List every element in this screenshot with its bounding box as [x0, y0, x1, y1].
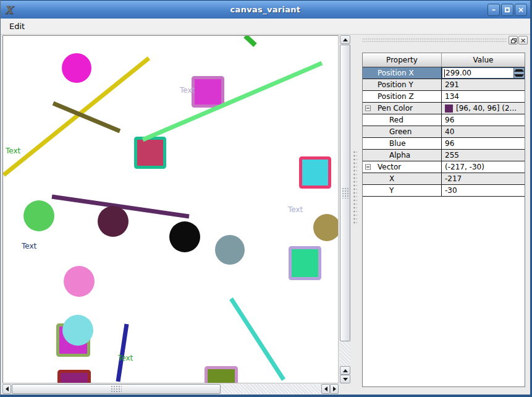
value-cell[interactable]: -217 — [442, 173, 525, 184]
splitter-handle[interactable] — [350, 35, 359, 395]
text-label-green-bottom[interactable]: Text — [117, 354, 133, 362]
scroll-left-button[interactable] — [2, 384, 11, 394]
value-text: 291 — [445, 80, 459, 89]
turquoise-line[interactable] — [231, 299, 284, 380]
table-row[interactable]: Green 40 — [363, 126, 525, 138]
value-text: 255 — [445, 151, 459, 160]
value-cell[interactable]: 96 — [442, 114, 525, 126]
table-row[interactable]: Blue 96 — [363, 138, 525, 150]
property-label: Position X — [378, 69, 414, 77]
springgreen-lavender-square[interactable] — [290, 248, 320, 279]
maximize-button[interactable] — [501, 4, 513, 16]
table-row[interactable]: Vector (-217, -30) — [363, 161, 525, 173]
value-cell[interactable]: 96 — [442, 138, 525, 149]
value-text: [96, 40, 96] (2... — [456, 104, 517, 113]
up-arrow-icon — [514, 69, 524, 72]
vscroll-thumb[interactable] — [340, 45, 350, 341]
property-cell[interactable]: X — [363, 173, 442, 184]
property-cell[interactable]: Position Y — [363, 79, 442, 90]
table-row[interactable]: X -217 — [363, 173, 525, 185]
menu-bar: Edit — [1, 19, 530, 35]
dock-title-bar[interactable]: × — [360, 36, 529, 45]
value-cell[interactable]: 255 — [442, 150, 525, 161]
horizontal-scrollbar[interactable] — [2, 384, 339, 394]
property-label: Position Y — [378, 80, 413, 89]
vertical-scrollbar[interactable] — [340, 35, 350, 383]
value-cell[interactable]: [96, 40, 96] (2... — [442, 103, 525, 114]
text-label-muted[interactable]: Text — [179, 86, 195, 95]
slate-circle[interactable] — [215, 235, 245, 265]
header-value[interactable]: Value — [442, 53, 525, 67]
table-row[interactable]: Position X 299.00 — [363, 67, 525, 79]
navy-line[interactable] — [118, 324, 127, 382]
close-button[interactable]: × — [515, 4, 527, 16]
property-label: Green — [389, 127, 412, 136]
table-row[interactable]: Position Y 291 — [363, 79, 525, 91]
pink-circle[interactable] — [64, 266, 95, 297]
spin-up-button[interactable] — [514, 68, 524, 73]
short-green-line[interactable] — [245, 36, 255, 45]
property-dock: × Property Value Position X 299.00 — [359, 35, 530, 395]
property-cell[interactable]: Green — [363, 126, 442, 137]
property-cell[interactable]: Position Z — [363, 91, 442, 102]
canvas-viewport[interactable]: TextTextTextTextText — [2, 35, 339, 383]
position-x-spinbox[interactable]: 299.00 — [442, 67, 525, 79]
dock-close-button[interactable]: × — [518, 36, 528, 45]
khaki-circle[interactable] — [313, 214, 338, 241]
property-cell[interactable]: Y — [363, 185, 442, 196]
magenta-circle[interactable] — [62, 53, 91, 83]
table-row[interactable]: Pen Color [96, 40, 96] (2... — [363, 103, 525, 114]
purple-darkred-rect[interactable] — [59, 372, 90, 383]
table-row[interactable]: Red 96 — [363, 114, 525, 126]
minimize-icon: – — [492, 6, 496, 14]
value-cell[interactable]: -30 — [442, 185, 525, 196]
property-label: X — [389, 174, 394, 183]
value-cell[interactable]: (-217, -30) — [442, 161, 525, 173]
property-cell[interactable]: Vector — [363, 161, 442, 173]
value-text: 96 — [445, 116, 454, 124]
prop-rows: Position X 299.00 Position Y 291 — [363, 67, 525, 197]
light-cyan-circle[interactable] — [62, 315, 93, 346]
value-cell[interactable]: 134 — [442, 91, 525, 102]
text-label-periwinkle[interactable]: Text — [287, 205, 303, 214]
collapse-icon[interactable] — [365, 106, 371, 111]
black-circle[interactable] — [169, 221, 200, 252]
scroll-left-button-2[interactable] — [321, 384, 330, 394]
value-cell[interactable]: 299.00 — [442, 67, 525, 79]
spring-green-line[interactable] — [143, 63, 322, 140]
crimson-teal-square[interactable] — [136, 139, 165, 168]
maroon-circle[interactable] — [98, 206, 129, 237]
scroll-up-button-2[interactable] — [340, 366, 350, 375]
property-cell[interactable]: Position X — [363, 67, 442, 79]
spin-down-button[interactable] — [514, 73, 524, 78]
property-table: Property Value Position X 299.00 — [362, 53, 525, 387]
maximize-icon — [505, 7, 510, 12]
orchid-square[interactable] — [193, 78, 223, 106]
olive-plum-square[interactable] — [206, 368, 237, 383]
property-cell[interactable]: Red — [363, 114, 442, 126]
menu-edit[interactable]: Edit — [1, 20, 31, 32]
text-label-navy[interactable]: Text — [21, 242, 37, 250]
property-cell[interactable]: Blue — [363, 138, 442, 149]
close-icon: × — [518, 6, 524, 14]
dock-float-button[interactable] — [509, 36, 518, 45]
property-cell[interactable]: Alpha — [363, 150, 442, 161]
value-cell[interactable]: 40 — [442, 126, 525, 137]
table-row[interactable]: Alpha 255 — [363, 150, 525, 161]
collapse-icon[interactable] — [365, 164, 371, 170]
minimize-button[interactable]: – — [488, 4, 500, 16]
table-row[interactable]: Y -30 — [363, 185, 525, 197]
scroll-up-button[interactable] — [340, 35, 350, 44]
scroll-down-button[interactable] — [340, 375, 350, 383]
scroll-right-button[interactable] — [330, 384, 339, 394]
title-bar[interactable]: X canvas_variant – × — [1, 0, 530, 19]
table-row[interactable]: Position Z 134 — [363, 91, 525, 103]
property-cell[interactable]: Pen Color — [363, 103, 442, 114]
text-label-green-left[interactable]: Text — [5, 147, 21, 155]
value-text: 40 — [445, 127, 454, 136]
header-property[interactable]: Property — [363, 53, 442, 67]
cyan-pink-square[interactable] — [301, 158, 330, 187]
green-circle[interactable] — [23, 200, 54, 231]
value-cell[interactable]: 291 — [442, 79, 525, 90]
hscroll-thumb[interactable] — [12, 384, 221, 394]
